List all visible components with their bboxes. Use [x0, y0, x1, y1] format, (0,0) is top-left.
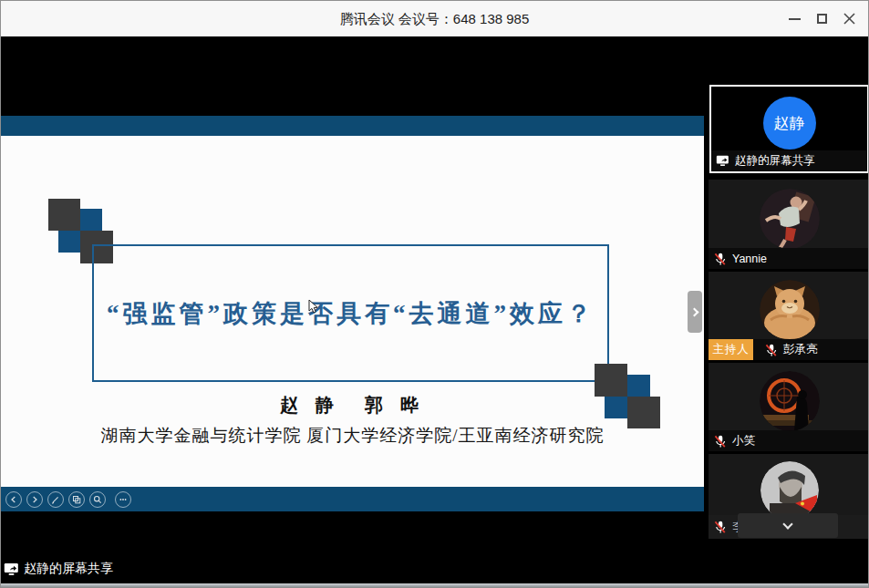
- shared-slide: “强监管”政策是否具有“去通道”效应？ 赵 静 郭 晔 湖南大学金融与统计学院 …: [1, 136, 704, 487]
- participant-tile-yannie[interactable]: Yannie: [709, 180, 869, 269]
- avatar-cat: [760, 280, 820, 340]
- mic-muted-icon: [713, 434, 727, 449]
- pen-icon: [51, 495, 60, 504]
- host-badge: 主持人: [709, 339, 753, 360]
- pen-tool-button[interactable]: [47, 491, 64, 508]
- slide-bottom-bar: [1, 487, 704, 511]
- mouse-cursor: [308, 300, 319, 315]
- mic-muted-icon: [713, 252, 727, 266]
- slides-icon: [72, 495, 81, 504]
- meeting-window: 腾讯会议 会议号：648 138 985 “强监管”政策是否具有“去通道”效应？…: [0, 0, 869, 588]
- participant-name: 彭承亮: [783, 342, 818, 357]
- previous-slide-button[interactable]: [5, 491, 22, 508]
- participant-tile-pengchengliang[interactable]: 主持人 彭承亮: [709, 272, 869, 360]
- slide-panel-button[interactable]: [68, 491, 85, 508]
- participant-name: 小笑: [732, 433, 755, 449]
- tile-label-pengchengliang: 主持人 彭承亮: [709, 339, 869, 360]
- mic-muted-icon: [764, 343, 778, 357]
- minimize-icon: [789, 18, 801, 20]
- maximize-icon: [817, 14, 827, 24]
- magnifier-button[interactable]: [89, 491, 106, 508]
- participant-tile-xiaoxiao[interactable]: 小笑: [709, 363, 869, 451]
- ellipsis-icon: [119, 495, 128, 504]
- collapse-video-list-button[interactable]: [738, 513, 838, 538]
- slide-affiliation: 湖南大学金融与统计学院 厦门大学经济学院/王亚南经济研究院: [1, 424, 704, 448]
- more-tools-button[interactable]: [115, 491, 131, 508]
- mic-muted-icon: [713, 520, 727, 534]
- screen-share-icon: [716, 155, 729, 167]
- chevron-down-icon: [782, 519, 792, 529]
- tile-label-zhaojing: 赵静的屏幕共享: [711, 150, 867, 171]
- avatar-yannie: [760, 189, 820, 249]
- avatar-initials: 赵静: [774, 113, 805, 134]
- window-bottom-frame: [1, 583, 868, 587]
- slide-top-bar: [1, 116, 704, 136]
- minimize-button[interactable]: [781, 5, 808, 33]
- next-slide-button[interactable]: [26, 491, 43, 508]
- avatar-zhaojing: 赵静: [763, 97, 816, 150]
- window-controls: [781, 1, 863, 36]
- participant-name: 赵静的屏幕共享: [735, 153, 815, 169]
- participant-tile-zhaojing[interactable]: 赵静 赵静的屏幕共享: [709, 85, 869, 173]
- avatar-lili: [760, 461, 819, 520]
- decor-square-dark-br-1: [595, 364, 627, 397]
- arrow-right-icon: [30, 495, 39, 504]
- arrow-left-icon: [9, 495, 18, 504]
- decor-square-dark-tl-1: [48, 199, 80, 231]
- chevron-right-icon: [689, 307, 698, 316]
- close-icon: [843, 13, 855, 25]
- participant-name: Yannie: [732, 253, 767, 265]
- screen-share-banner-label: 赵静的屏幕共享: [24, 561, 113, 577]
- magnifier-icon: [93, 495, 102, 504]
- close-button[interactable]: [835, 5, 863, 33]
- window-title: 腾讯会议 会议号：648 138 985: [1, 1, 868, 36]
- screen-share-banner: 赵静的屏幕共享: [4, 561, 113, 577]
- slide-title: “强监管”政策是否具有“去通道”效应？: [107, 297, 595, 330]
- panel-collapse-handle[interactable]: [688, 291, 702, 333]
- screen-share-icon: [4, 562, 19, 576]
- titlebar[interactable]: 腾讯会议 会议号：648 138 985: [1, 1, 868, 36]
- slide-authors: 赵 静 郭 晔: [1, 393, 704, 418]
- avatar-ferris-wheel: [760, 371, 820, 431]
- maximize-button[interactable]: [808, 5, 835, 33]
- tile-label-yannie: Yannie: [709, 248, 869, 269]
- tile-label-xiaoxiao: 小笑: [709, 430, 869, 451]
- slide-title-box: “强监管”政策是否具有“去通道”效应？: [92, 244, 609, 382]
